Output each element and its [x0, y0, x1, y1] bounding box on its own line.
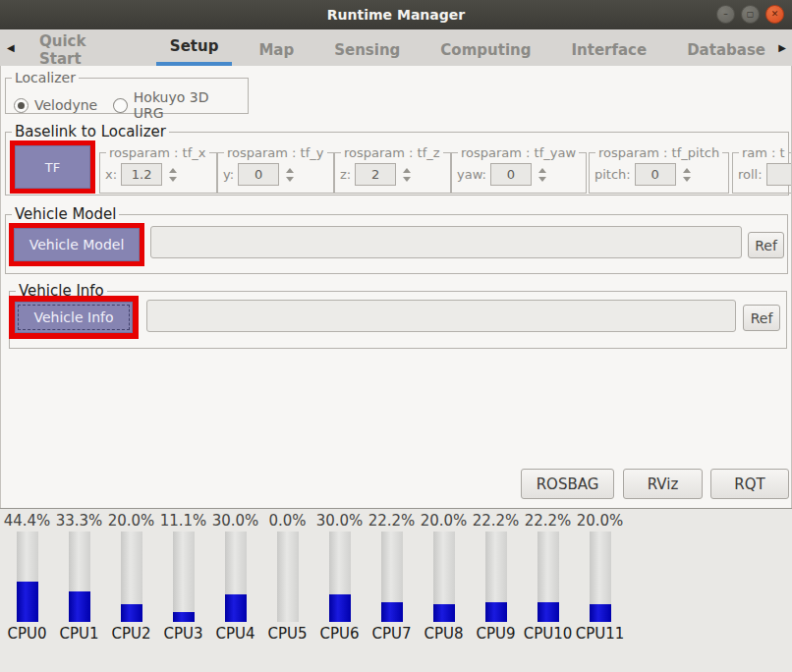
cpu-usage-fill — [381, 602, 403, 622]
velodyne-radio[interactable]: Velodyne — [14, 97, 97, 113]
cpu-name-label: CPU0 — [7, 625, 46, 643]
tab-setup[interactable]: Setup — [156, 29, 233, 66]
cpu-usage-bar — [173, 532, 195, 622]
spin-up-icon[interactable] — [538, 168, 546, 173]
param-label: yaw: — [457, 167, 486, 182]
hokuyo-3d-urg-radio[interactable]: Hokuyo 3D URG — [113, 89, 240, 121]
param-value-input[interactable]: 1.2 — [121, 163, 162, 186]
maximize-button[interactable]: ▢ — [741, 5, 760, 24]
spin-down-icon[interactable] — [538, 177, 546, 182]
localizer-legend: Localizer — [12, 71, 79, 84]
rosparam-group-y: rosparam : tf_yy:0 — [217, 146, 334, 194]
rqt-button[interactable]: RQT — [710, 469, 789, 499]
cpu-usage-bar — [381, 532, 403, 622]
param-label: y: — [223, 167, 234, 182]
spin-up-icon[interactable] — [683, 168, 691, 173]
spin-down-icon[interactable] — [286, 177, 294, 182]
param-label: z: — [340, 167, 351, 182]
cpu-usage-bar — [121, 532, 142, 622]
tab-database[interactable]: Database — [673, 29, 779, 66]
spin-up-icon[interactable] — [403, 168, 411, 173]
spin-down-icon[interactable] — [683, 177, 691, 182]
cpu-column-cpu3: 11.1%CPU3 — [159, 512, 207, 643]
minimize-button[interactable]: – — [716, 5, 735, 24]
vehicle-model-ref-button[interactable]: Ref — [748, 232, 784, 258]
tab-scroll-left-icon[interactable]: ◀ — [7, 29, 15, 66]
cpu-name-label: CPU4 — [215, 625, 255, 643]
titlebar[interactable]: Runtime Manager –▢✕ — [0, 0, 792, 29]
vehicle-info-path-field[interactable] — [146, 300, 736, 332]
tab-computing[interactable]: Computing — [426, 29, 544, 66]
runtime-manager-window: Runtime Manager –▢✕ ◀ ▶ Quick StartSetup… — [0, 0, 792, 672]
rosbag-button[interactable]: ROSBAG — [521, 469, 614, 499]
param-value-input[interactable]: 0 — [490, 163, 532, 186]
tf-button[interactable]: TF — [15, 145, 90, 189]
param-spinner[interactable] — [286, 168, 294, 182]
cpu-usage-fill — [329, 594, 351, 622]
param-label: x: — [105, 167, 117, 182]
cpu-usage-fill — [69, 591, 90, 622]
cpu-percent-label: 30.0% — [316, 512, 364, 531]
cpu-usage-bar — [69, 532, 90, 622]
tab-scroll-right-icon[interactable]: ▶ — [778, 29, 786, 66]
rosparam-group-z: rosparam : tf_zz:2 — [334, 146, 451, 194]
cpu-name-label: CPU9 — [476, 625, 515, 643]
cpu-percent-label: 22.2% — [368, 512, 416, 531]
tab-interface[interactable]: Interface — [557, 29, 660, 66]
cpu-percent-label: 22.2% — [473, 512, 520, 531]
param-value-input[interactable]: 2 — [355, 163, 396, 186]
param-value-input[interactable]: 0 — [238, 163, 279, 186]
param-label: pitch: — [594, 167, 631, 182]
cpu-name-label: CPU10 — [524, 625, 573, 643]
param-spinner[interactable] — [683, 168, 691, 182]
baselink-legend: Baselink to Localizer — [12, 125, 169, 140]
rosparam-group-pitch: rosparam : tf_pitchpitch:0 — [589, 146, 729, 194]
vehicle-model-path-field[interactable] — [150, 226, 742, 258]
param-value-input[interactable]: 0 — [635, 163, 676, 186]
setup-panel: Localizer VelodyneHokuyo 3D URG Baselink… — [0, 66, 792, 508]
window-controls: –▢✕ — [716, 5, 784, 24]
rosparam-group-x: rosparam : tf_xx:1.2 — [99, 146, 217, 194]
rosparam-group-legend: rosparam : tf_yaw — [458, 146, 579, 159]
rosparam-group-legend: ram : t — [739, 146, 788, 159]
cpu-percent-label: 11.1% — [160, 512, 207, 531]
spin-down-icon[interactable] — [169, 177, 177, 182]
tab-map[interactable]: Map — [245, 29, 308, 66]
cpu-usage-bar — [329, 532, 351, 622]
cpu-percent-label: 20.0% — [577, 512, 624, 531]
spin-down-icon[interactable] — [403, 177, 411, 182]
localizer-options: VelodyneHokuyo 3D URG — [6, 84, 248, 121]
cpu-percent-label: 0.0% — [268, 512, 306, 531]
param-spinner[interactable] — [538, 168, 546, 182]
cpu-name-label: CPU5 — [267, 625, 307, 643]
vehicle-model-highlight-box: Vehicle Model — [9, 223, 144, 266]
vehicle-info-highlight-box: Vehicle Info — [9, 296, 139, 339]
cpu-percent-label: 30.0% — [212, 512, 259, 531]
localizer-group: Localizer VelodyneHokuyo 3D URG — [5, 71, 249, 114]
vehicle-model-button[interactable]: Vehicle Model — [14, 228, 140, 261]
vehicle-info-button[interactable]: Vehicle Info — [15, 302, 133, 333]
close-button[interactable]: ✕ — [765, 5, 784, 24]
spin-up-icon[interactable] — [286, 168, 294, 173]
cpu-usage-bar — [225, 532, 247, 622]
tf-highlight-box: TF — [10, 140, 95, 194]
vehicle-info-ref-button[interactable]: Ref — [743, 305, 780, 331]
radio-icon — [14, 98, 28, 113]
cpu-usage-bar — [537, 532, 559, 622]
cpu-column-cpu6: 30.0%CPU6 — [315, 512, 364, 643]
tab-sensing[interactable]: Sensing — [320, 29, 414, 66]
cpu-column-cpu4: 30.0%CPU4 — [211, 512, 259, 643]
cpu-usage-bar — [590, 532, 611, 622]
rosparam-group-legend: rosparam : tf_x — [106, 146, 209, 159]
param-spinner[interactable] — [169, 168, 177, 182]
cpu-column-cpu9: 22.2%CPU9 — [472, 512, 520, 643]
param-spinner[interactable] — [403, 168, 411, 182]
rosparam-group-yaw: rosparam : tf_yawyaw:0 — [451, 146, 587, 194]
window-title: Runtime Manager — [327, 7, 465, 23]
cpu-column-cpu5: 0.0%CPU5 — [263, 512, 311, 643]
tab-quick-start[interactable]: Quick Start — [26, 29, 143, 66]
spin-up-icon[interactable] — [169, 168, 177, 173]
rosparam-group-legend: rosparam : tf_z — [341, 146, 443, 159]
param-value-input[interactable] — [766, 163, 792, 186]
rviz-button[interactable]: RViz — [623, 469, 703, 499]
